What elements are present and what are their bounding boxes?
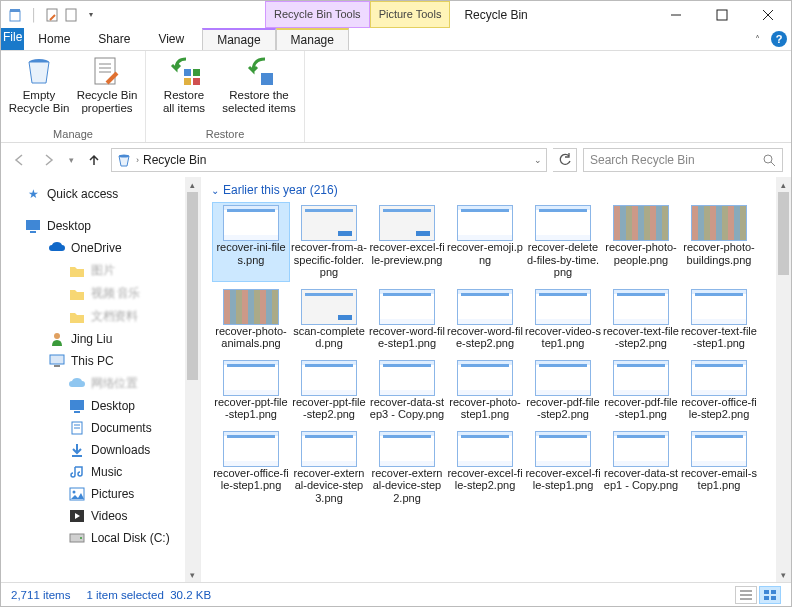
file-thumbnail — [535, 289, 591, 325]
file-item[interactable]: recover-text-file-step2.png — [603, 287, 679, 352]
nav-this-pc[interactable]: This PC — [1, 350, 200, 372]
nav-up-button[interactable] — [83, 149, 105, 171]
nav-thispc-subitem[interactable]: 网络位置 — [1, 372, 200, 395]
nav-user[interactable]: Jing Liu — [1, 328, 200, 350]
file-item[interactable]: recover-data-step1 - Copy.png — [603, 429, 679, 507]
scroll-down-icon[interactable]: ▾ — [185, 567, 200, 582]
file-item[interactable]: recover-office-file-step1.png — [213, 429, 289, 507]
picture-tools-tab[interactable]: Picture Tools — [370, 1, 451, 28]
nav-onedrive-subitem[interactable]: 图片 — [1, 259, 200, 282]
tab-manage-recyclebin[interactable]: Manage — [202, 28, 275, 50]
scroll-up-icon[interactable]: ▴ — [776, 177, 791, 192]
file-item[interactable]: recover-ini-files.png — [213, 203, 289, 281]
scroll-down-icon[interactable]: ▾ — [776, 567, 791, 582]
file-item[interactable]: recover-data-step3 - Copy.png — [369, 358, 445, 423]
empty-recycle-bin-button[interactable]: Empty Recycle Bin — [7, 53, 71, 128]
nav-forward-button[interactable] — [37, 149, 59, 171]
icons-view-button[interactable] — [759, 586, 781, 604]
file-item[interactable]: recover-external-device-step3.png — [291, 429, 367, 507]
scroll-up-icon[interactable]: ▴ — [185, 177, 200, 192]
help-button[interactable]: ? — [767, 28, 791, 50]
nav-thispc-subitem[interactable]: Pictures — [1, 483, 200, 505]
tab-share[interactable]: Share — [84, 28, 144, 50]
file-item[interactable]: recover-photo-animals.png — [213, 287, 289, 352]
tab-home[interactable]: Home — [24, 28, 84, 50]
nav-onedrive-subitem[interactable]: 视频 音乐 — [1, 282, 200, 305]
file-item[interactable]: scan-completed.png — [291, 287, 367, 352]
restore-selected-button[interactable]: Restore the selected items — [220, 53, 298, 128]
recycle-bin-tools-tab[interactable]: Recycle Bin Tools — [265, 1, 370, 28]
nav-label: Videos — [91, 509, 127, 523]
svg-point-19 — [764, 155, 772, 163]
file-item[interactable]: recover-external-device-step2.png — [369, 429, 445, 507]
maximize-button[interactable] — [699, 1, 745, 28]
qat-dropdown-icon[interactable]: ▾ — [83, 7, 99, 23]
tab-file[interactable]: File — [1, 28, 24, 50]
file-item[interactable]: recover-ppt-file-step1.png — [213, 358, 289, 423]
file-item[interactable]: recover-from-a-specific-folder.png — [291, 203, 367, 281]
file-item[interactable]: recover-email-step1.png — [681, 429, 757, 507]
file-name: recover-photo-animals.png — [213, 325, 289, 350]
nav-onedrive[interactable]: OneDrive — [1, 237, 200, 259]
content-scrollbar[interactable]: ▴ ▾ — [776, 177, 791, 582]
breadcrumb-location[interactable]: Recycle Bin — [143, 153, 206, 167]
file-item[interactable]: recover-excel-file-preview.png — [369, 203, 445, 281]
nav-scroll-thumb[interactable] — [187, 192, 198, 380]
nav-thispc-subitem[interactable]: Videos — [1, 505, 200, 527]
file-item[interactable]: recover-deleted-files-by-time.png — [525, 203, 601, 281]
nav-thispc-subitem[interactable]: Desktop — [1, 395, 200, 417]
file-item[interactable]: recover-video-step1.png — [525, 287, 601, 352]
file-item[interactable]: recover-photo-buildings.png — [681, 203, 757, 281]
content-scroll-thumb[interactable] — [778, 192, 789, 275]
nav-thispc-subitem[interactable]: Local Disk (C:) — [1, 527, 200, 549]
file-item[interactable]: recover-word-file-step1.png — [369, 287, 445, 352]
file-item[interactable]: recover-office-file-step2.png — [681, 358, 757, 423]
ribbon-collapse-icon[interactable]: ˄ — [747, 28, 767, 50]
drive-icon — [69, 530, 85, 546]
nav-recent-dropdown[interactable]: ▾ — [65, 149, 77, 171]
qat-new-icon[interactable] — [64, 7, 80, 23]
svg-rect-16 — [193, 78, 200, 85]
nav-onedrive-subitem[interactable]: 文档资料 — [1, 305, 200, 328]
group-header[interactable]: ⌄ Earlier this year (216) — [201, 177, 791, 203]
address-dropdown-icon[interactable]: ⌄ — [534, 155, 542, 165]
file-item[interactable]: recover-excel-file-step2.png — [447, 429, 523, 507]
status-selection: 1 item selected 30.2 KB — [86, 589, 211, 601]
ribbon-group-restore: Restore all items Restore the selected i… — [146, 51, 305, 142]
drive-icon — [69, 486, 85, 502]
nav-thispc-subitem[interactable]: Music — [1, 461, 200, 483]
search-field[interactable]: Search Recycle Bin — [583, 148, 783, 172]
nav-scrollbar[interactable]: ▴ ▾ — [185, 177, 200, 582]
tab-view[interactable]: View — [144, 28, 198, 50]
nav-back-button[interactable] — [9, 149, 31, 171]
recycle-bin-properties-button[interactable]: Recycle Bin properties — [75, 53, 139, 128]
folder-icon — [69, 286, 85, 302]
file-item[interactable]: recover-word-file-step2.png — [447, 287, 523, 352]
file-thumbnail — [613, 205, 669, 241]
tab-manage-picture[interactable]: Manage — [276, 28, 349, 50]
file-item[interactable]: recover-ppt-file-step2.png — [291, 358, 367, 423]
address-field[interactable]: › Recycle Bin ⌄ — [111, 148, 547, 172]
nav-thispc-subitem[interactable]: Documents — [1, 417, 200, 439]
details-view-button[interactable] — [735, 586, 757, 604]
minimize-button[interactable] — [653, 1, 699, 28]
file-item[interactable]: recover-emoji.png — [447, 203, 523, 281]
file-name: recover-excel-file-preview.png — [369, 241, 445, 266]
file-name: recover-word-file-step2.png — [447, 325, 523, 350]
qat-properties-icon[interactable] — [45, 7, 61, 23]
file-item[interactable]: recover-excel-file-step1.png — [525, 429, 601, 507]
chevron-right-icon[interactable]: › — [136, 155, 139, 165]
nav-quick-access[interactable]: ★Quick access — [1, 183, 200, 205]
nav-thispc-subitem[interactable]: Downloads — [1, 439, 200, 461]
file-item[interactable]: recover-photo-people.png — [603, 203, 679, 281]
file-item[interactable]: recover-pdf-file-step2.png — [525, 358, 601, 423]
nav-desktop[interactable]: Desktop — [1, 215, 200, 237]
close-button[interactable] — [745, 1, 791, 28]
file-thumbnail — [535, 360, 591, 396]
file-item[interactable]: recover-text-file-step1.png — [681, 287, 757, 352]
file-item[interactable]: recover-photo-step1.png — [447, 358, 523, 423]
file-name: recover-video-step1.png — [525, 325, 601, 350]
file-item[interactable]: recover-pdf-file-step1.png — [603, 358, 679, 423]
restore-all-button[interactable]: Restore all items — [152, 53, 216, 128]
refresh-button[interactable] — [553, 148, 577, 172]
